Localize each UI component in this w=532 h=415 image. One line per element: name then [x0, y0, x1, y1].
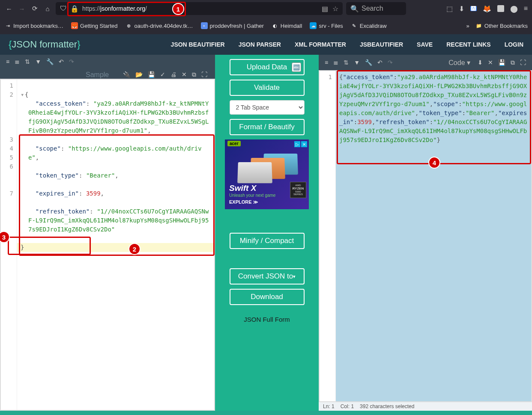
forward-icon[interactable]: → [17, 5, 27, 12]
output-editor[interactable]: 1 {"access_token":"ya29.a0ARrdaM98hbJf-k… [319, 70, 532, 402]
open-icon[interactable]: 📂 [135, 71, 143, 78]
status-ln: Ln: 1 [323, 403, 335, 409]
bookmark-srv[interactable]: ☁srv - Files [310, 22, 343, 29]
shield-icon: 🛡 [60, 5, 67, 12]
bookmark-gather[interactable]: ▪proddevfresh | Gather [201, 22, 264, 29]
undo-icon[interactable]: ↶ [59, 58, 64, 65]
reader-icon[interactable]: ▤ [322, 5, 328, 13]
output-toolbar: ≡ ≣ ⇅ ▼ 🔧 ↶ ↷ Code ▾ ⬇ ✕ 💾 ⧉ ⛶ [319, 55, 532, 70]
ad-close-icon[interactable]: ✕ [301, 141, 307, 147]
menu-icon[interactable]: ≡ [524, 5, 528, 12]
connect-icon[interactable]: 🔌 [123, 71, 130, 78]
ad-image [236, 149, 300, 185]
fullscreen-out-icon[interactable]: ⛶ [520, 59, 526, 66]
input-toolbar: ≡ ≣ ⇅ ▼ 🔧 ↶ ↷ Sample 🔌 📂 💾 ✓ 🖨 ✕ ⧉ ⛶ [0, 55, 215, 79]
status-col: Col: 1 [341, 403, 354, 409]
search-icon: 🔍 [350, 5, 359, 13]
check-icon[interactable]: ✓ [160, 71, 165, 78]
output-gutter: 1 [320, 71, 336, 401]
status-sel: 392 characters selected [360, 403, 414, 409]
bookmarks-bar: ⇥Import bookmarks… 🦊Getting Started ⊕oau… [0, 17, 532, 34]
download-button[interactable]: Download [230, 289, 305, 305]
repair-icon[interactable]: 🔧 [46, 58, 54, 65]
bookmarks-overflow-icon[interactable]: » [466, 23, 469, 29]
repair-icon[interactable]: 🔧 [365, 59, 372, 66]
input-panel: ≡ ≣ ⇅ ▼ 🔧 ↶ ↷ Sample 🔌 📂 💾 ✓ 🖨 ✕ ⧉ ⛶ [0, 55, 215, 411]
upload-button[interactable]: Upload Data🔤 [230, 59, 305, 75]
clear-icon[interactable]: ✕ [182, 71, 187, 78]
output-status: Ln: 1 Col: 1 392 characters selected [319, 402, 532, 411]
redo-icon[interactable]: ↷ [388, 59, 393, 66]
fullscreen-icon[interactable]: ⛶ [201, 71, 207, 78]
download-icon[interactable]: ⬇ [459, 5, 464, 13]
mode-dropdown[interactable]: Code ▾ [448, 59, 470, 67]
minify-button[interactable]: Minify / Compact [230, 233, 305, 249]
url-domain: jsonformatter.org [100, 5, 145, 12]
json-full-form-link[interactable]: JSON Full Form [244, 316, 290, 323]
bookmark-getting-started[interactable]: 🦊Getting Started [71, 22, 117, 29]
url-rest: / [145, 5, 147, 12]
download-out-icon[interactable]: ⬇ [478, 59, 483, 66]
filter-icon[interactable]: ▼ [35, 58, 41, 65]
metamask-icon[interactable]: 🦊 [483, 5, 491, 13]
validate-button[interactable]: Validate [230, 80, 305, 96]
undo-icon[interactable]: ↶ [377, 59, 383, 66]
advertisement[interactable]: acer ▷✕ AMDRYZEN5000 SERIES Swift X Unle… [225, 139, 309, 209]
site-header: {JSON formatter} JSON BEAUTIFIER JSON PA… [0, 34, 532, 55]
nav-parser[interactable]: JSON PARSER [239, 41, 281, 48]
bookmark-import[interactable]: ⇥Import bookmarks… [4, 22, 63, 29]
translate-icon: 🔤 [292, 62, 301, 72]
nav-recent[interactable]: RECENT LINKS [446, 41, 490, 48]
format-icon[interactable]: ≡ [325, 59, 328, 66]
copy-icon[interactable]: ⧉ [192, 71, 196, 78]
compact-icon[interactable]: ≣ [15, 58, 20, 65]
convert-button[interactable]: Convert JSON to▾ [230, 268, 305, 285]
input-code[interactable]: ▾{ "access_token": "ya29.a0ARrdaM98hbJf-… [17, 80, 214, 410]
search-box[interactable]: 🔍 Search [346, 2, 406, 15]
nav-jsbeautifier[interactable]: JSBEAUTIFIER [360, 41, 403, 48]
nav-beautifier[interactable]: JSON BEAUTIFIER [171, 41, 225, 48]
filter-icon[interactable]: ▼ [354, 59, 360, 66]
format-button[interactable]: Format / Beautify [230, 119, 305, 135]
profile-icon[interactable]: ⬤ [510, 5, 518, 13]
clear-out-icon[interactable]: ✕ [488, 59, 493, 66]
redo-icon[interactable]: ↷ [69, 58, 74, 65]
save-out-icon[interactable]: 💾 [498, 59, 505, 66]
home-icon[interactable]: ⌂ [43, 5, 52, 12]
ad-info-icon[interactable]: ▷ [294, 141, 300, 147]
tab-space-select[interactable]: 2 Tab Space [230, 100, 305, 115]
input-editor[interactable]: 1 2 3 4 5 6 7 ▾{ "access_token": "ya29.a… [0, 79, 215, 411]
url-bar[interactable]: 🛡 🔒 https://jsonformatter.org/ ▤ ☆ [56, 2, 343, 15]
save-icon[interactable]: 💾 [148, 71, 155, 78]
copy-out-icon[interactable]: ⧉ [511, 59, 515, 66]
site-logo[interactable]: {JSON formatter} [9, 39, 81, 50]
translate-ext-icon[interactable]: 🅰 [470, 6, 477, 11]
site-nav: JSON BEAUTIFIER JSON PARSER XML FORMATTE… [171, 41, 523, 48]
output-panel: ≡ ≣ ⇅ ▼ 🔧 ↶ ↷ Code ▾ ⬇ ✕ 💾 ⧉ ⛶ 1 {"acces… [319, 55, 532, 411]
sort-icon[interactable]: ⇅ [344, 59, 349, 66]
other-bookmarks[interactable]: 📁Other Bookmarks [475, 22, 528, 29]
sample-label[interactable]: Sample [86, 71, 109, 79]
bookmark-oauth[interactable]: ⊕oauth-drive.404dev.tk… [126, 22, 193, 29]
input-gutter: 1 2 3 4 5 6 7 [1, 80, 17, 410]
format-icon[interactable]: ≡ [6, 58, 9, 65]
center-column: Upload Data🔤 Validate 2 Tab Space Format… [215, 55, 319, 411]
ad-cta: EXPLORE ≫ [229, 199, 305, 205]
search-placeholder: Search [362, 5, 383, 12]
ad-brand: acer [227, 141, 241, 146]
nav-login[interactable]: LOGIN [505, 41, 523, 48]
print-icon[interactable]: 🖨 [170, 71, 176, 78]
output-code[interactable]: {"access_token":"ya29.a0ARrdaM98hbJf-kz_… [336, 71, 531, 401]
back-icon[interactable]: ← [4, 5, 14, 12]
bookmark-excalidraw[interactable]: ✎Excalidraw [351, 22, 387, 29]
star-icon[interactable]: ☆ [332, 5, 338, 13]
nav-xml[interactable]: XML FORMATTER [295, 41, 346, 48]
nav-save[interactable]: SAVE [417, 41, 433, 48]
ad-chip: AMDRYZEN5000 SERIES [290, 182, 306, 198]
pocket-icon[interactable]: ⬚ [446, 5, 453, 13]
bookmark-heimdall[interactable]: ◐Heimdall [272, 22, 302, 29]
sort-icon[interactable]: ⇅ [25, 58, 30, 65]
ext-icon[interactable] [497, 5, 504, 12]
reload-icon[interactable]: ⟳ [30, 5, 39, 12]
compact-icon[interactable]: ≣ [333, 59, 338, 66]
